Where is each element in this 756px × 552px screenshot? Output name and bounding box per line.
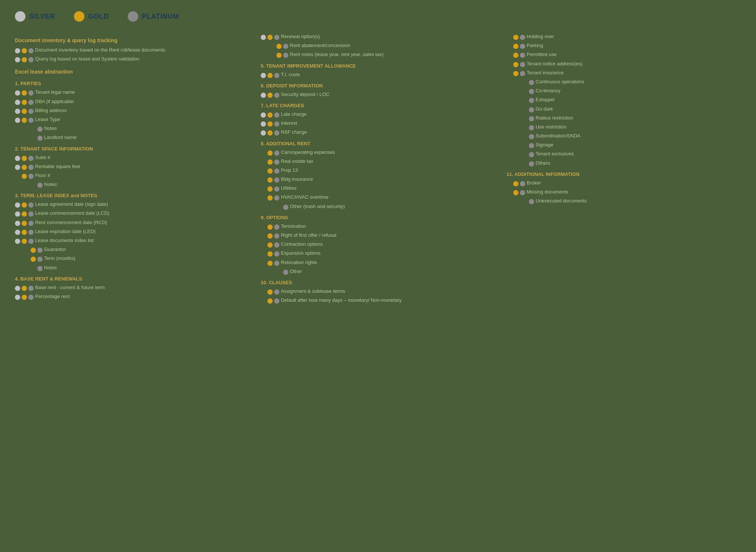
list-item: Right of first offer / refusal (261, 232, 495, 239)
list-item: Default after how many days – monetary/ … (261, 297, 495, 304)
gold-dot (22, 118, 27, 123)
dots-group (24, 135, 43, 141)
dots-group (506, 180, 525, 186)
list-item: Tenant notice address(es) (506, 60, 741, 68)
item-label: Tenant insurance (527, 69, 564, 76)
dots-group (261, 112, 279, 118)
silver-dot (15, 239, 20, 244)
gold-dot (276, 270, 282, 275)
sub-header: 8. ADDITIONAL RENT (261, 141, 495, 146)
item-label: Cam/operating expenses (281, 149, 335, 156)
list-item: Lease Type (15, 116, 250, 123)
sub-header: 5. TENANT IMPROVEMENT ALLOWANCE (261, 63, 495, 69)
gold-dot (267, 186, 273, 192)
silver-dot (270, 53, 275, 58)
silver-dot (15, 100, 20, 105)
item-label: HVAC/HVAC overtime (281, 194, 328, 201)
dots-group (15, 220, 34, 226)
dots-group (261, 121, 279, 127)
silver-dot (261, 261, 266, 266)
sub-header: 3. TERM, LEASE INDEX and NOTES (15, 193, 250, 198)
list-item: Assignment & sublease terms (261, 288, 495, 295)
item-label: Lease commencement date (LCD) (35, 210, 109, 217)
silver-dot (24, 127, 29, 132)
dots-group (261, 289, 279, 295)
platinum-dot (28, 202, 34, 208)
gold-dot (522, 152, 527, 157)
platinum-dot (28, 118, 34, 123)
silver-dot (515, 143, 521, 148)
list-item: Notes (15, 264, 250, 272)
item-label: Renewal option(s) (281, 33, 320, 40)
platinum-dot (274, 233, 279, 239)
platinum-dot (529, 152, 534, 157)
list-item: Contraction options (261, 241, 495, 248)
dots-group (261, 150, 279, 156)
silver-dot (506, 190, 512, 195)
silver-circle (15, 11, 25, 22)
dots-group (515, 124, 534, 130)
platinum-dot (274, 130, 279, 136)
item-label: DBA (if applicable: (35, 98, 75, 105)
gold-dot (22, 295, 27, 300)
gold-dot (522, 89, 527, 94)
platinum-dot (274, 73, 279, 78)
silver-dot (506, 71, 512, 76)
list-item: Rentable square feet (15, 163, 250, 170)
list-item: DBA (if applicable: (15, 98, 250, 105)
silver-dot (261, 186, 266, 192)
gold-circle (74, 11, 84, 22)
item-label: Assignment & sublease terms (281, 288, 345, 295)
silver-dot (15, 48, 20, 53)
list-item: Permitted use (506, 51, 741, 58)
gold-dot (22, 90, 27, 96)
gold-dot (31, 183, 36, 188)
dots-group (515, 106, 534, 112)
platinum-dot (28, 48, 34, 53)
silver-dot (261, 168, 266, 174)
dots-group (24, 126, 43, 132)
dots-group (270, 43, 288, 49)
platinum-dot (274, 242, 279, 248)
sub-header: 7. LATE CHARGES (261, 103, 495, 108)
gold-dot (267, 151, 273, 156)
dots-group (261, 130, 279, 136)
gold-dot (522, 125, 527, 130)
silver-dot (15, 109, 20, 114)
gold-dot (267, 289, 273, 295)
silver-dot (261, 159, 266, 165)
list-item: Subordination/SNDA (506, 132, 741, 140)
silver-dot (15, 57, 20, 62)
item-label: Default after how many days – monetary/ … (281, 297, 402, 304)
list-item: Floor # (15, 172, 250, 179)
list-item: Tenant insurance (506, 69, 741, 77)
list-item: Tenant exclusives (506, 150, 741, 158)
list-item: Relocation rights (261, 259, 495, 266)
item-label: Contraction options (281, 241, 323, 248)
list-item: Broker (506, 179, 741, 187)
silver-dot (15, 156, 20, 161)
platinum-dot (274, 35, 279, 40)
dots-group (24, 247, 43, 253)
list-item: NSF charge (261, 128, 495, 136)
list-item: Other (trash and security) (261, 203, 495, 210)
silver-dot (506, 35, 512, 40)
item-label: Base rent - current & future term (35, 284, 105, 291)
dots-group (506, 34, 525, 40)
gold-dot (513, 44, 518, 49)
platinum-dot (283, 205, 288, 210)
platinum-dot (529, 98, 534, 103)
dots-group (270, 52, 288, 58)
item-label: Rent commencement date (RCD) (35, 219, 107, 226)
silver-dot (515, 107, 521, 112)
gold-dot (267, 242, 273, 248)
silver-dot (515, 161, 521, 167)
silver-dot (15, 211, 20, 217)
item-label: Signage (536, 142, 554, 148)
list-item: T.I. costs (261, 71, 495, 78)
gold-dot (513, 35, 518, 40)
list-item: Guarantor (15, 246, 250, 253)
platinum-dot (28, 286, 34, 291)
gold-dot (267, 261, 273, 266)
silver-dot (15, 90, 20, 96)
